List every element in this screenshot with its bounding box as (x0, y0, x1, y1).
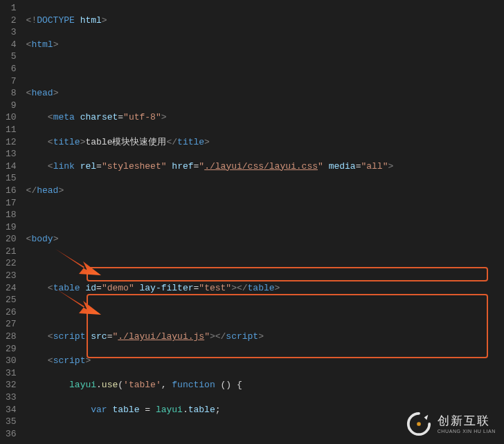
code-line: <script src="./layui/layui.js"></script> (26, 331, 504, 343)
code-line (26, 306, 504, 319)
line-gutter: 1234567891011121314151617181920212223242… (0, 0, 26, 444)
code-editor[interactable]: 1234567891011121314151617181920212223242… (0, 0, 504, 444)
code-line (26, 63, 504, 75)
code-line: <body> (26, 233, 504, 246)
code-line: <table id="demo" lay-filter="test"></tab… (26, 282, 504, 295)
code-line: <meta charset="utf-8"> (26, 111, 504, 124)
code-line: <link rel="stylesheet" href="./layui/css… (26, 160, 504, 173)
code-line: var table = layui.table; (26, 404, 504, 416)
code-line (26, 257, 504, 270)
code-area[interactable]: <!DOCTYPE html> <html> <head> <meta char… (26, 0, 504, 444)
code-line (26, 428, 504, 441)
code-line (26, 209, 504, 221)
code-line: </head> (26, 185, 504, 197)
code-line: <script> (26, 355, 504, 367)
code-line: <head> (26, 87, 504, 100)
code-line: <title>table模块快速使用</title> (26, 136, 504, 149)
code-line: <!DOCTYPE html> (26, 15, 504, 27)
code-line: <html> (26, 39, 504, 51)
code-line: layui.use('table', function () { (26, 379, 504, 391)
